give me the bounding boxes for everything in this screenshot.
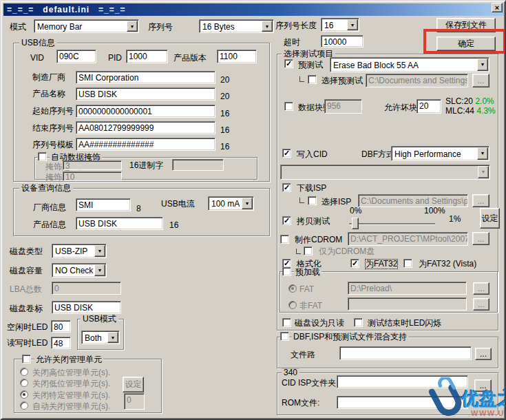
copytest-slider-track[interactable] bbox=[349, 223, 435, 224]
product-version-label: 产品版本 bbox=[173, 54, 207, 63]
disk-capacity-value: NO Check bbox=[55, 266, 94, 275]
query-vendor-input[interactable]: SMI bbox=[76, 198, 131, 211]
dbf-mode-combobox[interactable]: High Performance ▼ bbox=[391, 146, 489, 161]
slider-min-label: 0% bbox=[350, 207, 361, 216]
mgmt-units-checkbox[interactable] bbox=[22, 355, 31, 364]
timeout-input[interactable]: 10000 bbox=[321, 35, 363, 48]
pretest-select-checkbox[interactable] bbox=[308, 75, 317, 84]
chevron-down-icon[interactable]: ▼ bbox=[242, 198, 253, 209]
nonfat-path-input bbox=[348, 297, 467, 311]
auto-mask-checkbox[interactable] bbox=[38, 152, 47, 161]
mgmt-units-label: 允许关闭管理单元 bbox=[34, 355, 103, 364]
isp-path-input: C:\Documents and Settings\pitt.ch bbox=[358, 194, 468, 207]
chevron-down-icon[interactable]: ▼ bbox=[262, 21, 273, 32]
slc-info: SLC:20 2.0% bbox=[445, 97, 494, 106]
chevron-down-icon[interactable]: ▼ bbox=[94, 264, 105, 276]
tree-connector-icon bbox=[296, 249, 301, 254]
cdrom-only-checkbox bbox=[304, 246, 313, 255]
check-icon: ✓ bbox=[284, 149, 290, 157]
mlc-percent: 4.3% bbox=[476, 106, 495, 116]
isp-select-checkbox[interactable] bbox=[308, 196, 317, 205]
disk-capacity-combobox[interactable]: NO Check ▼ bbox=[52, 263, 107, 277]
mode-value: Memory Bar bbox=[37, 22, 126, 32]
vid-input[interactable]: 090C bbox=[56, 50, 96, 63]
sn-end-input[interactable]: AA08012799999999 bbox=[76, 121, 215, 134]
fat32-vista-checkbox[interactable] bbox=[403, 259, 412, 268]
serial-length-combobox[interactable]: 16 ▼ bbox=[321, 18, 359, 32]
led-blink-checkbox[interactable] bbox=[354, 318, 363, 327]
usb-mode-value: Both bbox=[85, 333, 107, 343]
mgmt-option-specific: 关闭特定管理单元(s). bbox=[32, 391, 110, 400]
mode-combobox[interactable]: Memory Bar ▼ bbox=[34, 19, 139, 33]
usb-current-label: USB电流 bbox=[161, 200, 195, 209]
fat32-checkbox[interactable]: ✓ bbox=[350, 259, 359, 268]
usb-info-title: USB信息 bbox=[19, 39, 57, 48]
cdrom-label: 制作CDROM bbox=[295, 235, 342, 244]
copytest-set-button[interactable]: 设定 bbox=[480, 208, 500, 229]
disk-type-label: 磁盘类型 bbox=[10, 247, 43, 256]
pretest-checkbox[interactable]: ✓ bbox=[284, 59, 293, 68]
chevron-down-icon[interactable]: ▼ bbox=[94, 245, 105, 257]
datablocks-checkbox[interactable] bbox=[284, 102, 293, 111]
query-product-input[interactable]: USB DISK bbox=[76, 217, 163, 230]
query-vendor-label: 厂商信息 bbox=[33, 203, 66, 212]
hex-word-input bbox=[172, 159, 224, 171]
usb-mode-combobox[interactable]: Both ▼ bbox=[81, 330, 120, 344]
fat32-label: 为FAT32 bbox=[366, 260, 397, 269]
cdrom-browse-button: ... bbox=[472, 232, 489, 245]
cid-isp-folder-label: CID ISP文件夹: bbox=[282, 379, 339, 388]
serial-combobox[interactable]: 16 Bytes ▼ bbox=[199, 19, 274, 33]
close-icon[interactable]: × bbox=[492, 3, 503, 12]
chevron-down-icon[interactable]: ▼ bbox=[347, 19, 358, 30]
title-bar: =_=_= default.ini =_=_= bbox=[3, 3, 504, 16]
copytest-checkbox[interactable]: ✓ bbox=[282, 216, 291, 225]
rom-file-label: ROM文件: bbox=[282, 399, 319, 408]
cdrom-only-label: 仅为CDROM盘 bbox=[319, 247, 375, 256]
check-icon: ✓ bbox=[352, 259, 358, 267]
sn-start-input[interactable]: 0000000000000001 bbox=[76, 105, 215, 118]
sn-template-input[interactable]: AA############## bbox=[76, 138, 215, 151]
pid-input[interactable]: 1000 bbox=[126, 50, 168, 63]
file-path-browse-button[interactable]: ... bbox=[475, 348, 492, 360]
disk-type-combobox[interactable]: USB-ZIP ▼ bbox=[52, 244, 107, 258]
chevron-down-icon[interactable]: ▼ bbox=[107, 332, 118, 343]
mgmt-value-input: 0 bbox=[124, 393, 145, 410]
mix-support-checkbox[interactable] bbox=[280, 332, 289, 341]
pretest-value: Erase Bad Block 55 AA bbox=[333, 61, 476, 70]
serial-length-label: 序列号长度 bbox=[275, 21, 317, 30]
usb-current-value: 100 mA bbox=[211, 199, 241, 209]
product-version-input[interactable]: 1100 bbox=[217, 50, 257, 63]
radio-dot-icon bbox=[291, 287, 294, 290]
dbf-mode-label: DBF方式 bbox=[361, 150, 394, 159]
tree-connector-icon bbox=[299, 76, 304, 82]
copytest-slider-thumb[interactable] bbox=[352, 218, 359, 229]
watermark-site-name: 优盘之家 bbox=[461, 387, 506, 411]
cdrom-checkbox[interactable] bbox=[280, 235, 289, 244]
query-product-length: 16 bbox=[169, 220, 178, 230]
readonly-label: 磁盘设为只读 bbox=[295, 319, 344, 328]
chevron-down-icon[interactable]: ▼ bbox=[477, 59, 488, 71]
file-path-input[interactable] bbox=[339, 346, 472, 360]
preload-label: 预加载 bbox=[294, 268, 321, 277]
sn-start-label: 起始序列号 bbox=[32, 107, 74, 116]
pretest-combobox[interactable]: Erase Bad Block 55 AA ▼ bbox=[330, 57, 489, 72]
device-query-title: 设备查询信息 bbox=[19, 184, 73, 193]
vendor-input[interactable]: SMI Corporation bbox=[76, 71, 215, 84]
usb-current-combobox[interactable]: 100 mA ▼ bbox=[208, 196, 254, 211]
check-icon: ✓ bbox=[284, 216, 290, 224]
chevron-down-icon[interactable]: ▼ bbox=[127, 21, 138, 32]
readonly-checkbox[interactable] bbox=[282, 318, 291, 327]
mask-end-input: 10 bbox=[63, 171, 122, 181]
write-cid-checkbox[interactable]: ✓ bbox=[282, 149, 291, 158]
preload-checkbox[interactable] bbox=[282, 267, 291, 276]
chevron-down-icon[interactable]: ▼ bbox=[477, 147, 488, 160]
download-isp-checkbox[interactable]: ✓ bbox=[282, 183, 291, 192]
idle-led-input[interactable]: 80 bbox=[51, 320, 71, 333]
badblocks-input[interactable]: 20 bbox=[417, 99, 441, 114]
sn-template-length: 16 bbox=[220, 142, 229, 151]
rw-led-input[interactable]: 48 bbox=[51, 337, 71, 349]
volume-input[interactable]: USB DISK bbox=[52, 301, 121, 314]
serial-length-value: 16 bbox=[324, 21, 346, 30]
mgmt-set-button: 设定 bbox=[123, 377, 144, 392]
product-name-input[interactable]: USB DISK bbox=[76, 87, 215, 101]
